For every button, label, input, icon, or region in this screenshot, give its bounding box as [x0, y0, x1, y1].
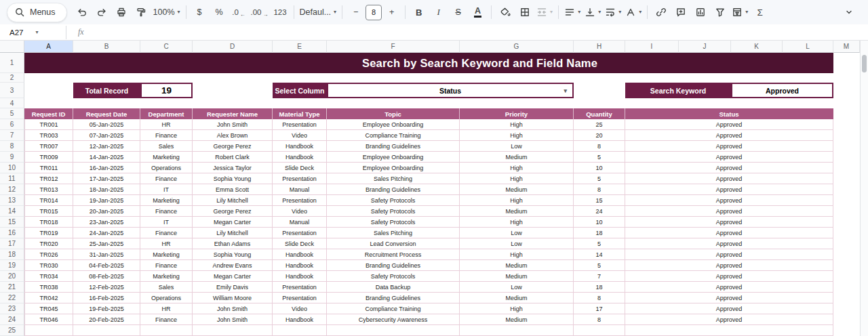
cell[interactable]: 8: [574, 314, 625, 325]
cell[interactable]: 17: [574, 303, 625, 314]
cell[interactable]: Emily Davis: [193, 282, 273, 293]
cell[interactable]: TR001: [24, 119, 73, 130]
cell[interactable]: Medium: [460, 314, 574, 325]
font-select[interactable]: Defaul...▾: [298, 3, 339, 21]
cell[interactable]: 20: [574, 130, 625, 141]
cell[interactable]: [140, 325, 193, 336]
column-header-A[interactable]: A: [24, 41, 73, 53]
cell[interactable]: 19-Feb-2025: [73, 303, 140, 314]
fill-color-button[interactable]: [495, 3, 515, 21]
decrease-decimal-button[interactable]: .0←: [229, 3, 249, 21]
column-header-C[interactable]: C: [140, 41, 193, 53]
cell[interactable]: 18: [574, 282, 625, 293]
cell[interactable]: 5: [574, 173, 625, 184]
undo-button[interactable]: [73, 3, 92, 21]
cell[interactable]: Andrew Evans: [193, 260, 273, 271]
row-header-4[interactable]: 4: [0, 98, 24, 108]
cell[interactable]: Approved: [625, 130, 833, 141]
total-record-value[interactable]: 19: [140, 83, 193, 98]
cell[interactable]: 14: [574, 249, 625, 260]
cell[interactable]: TR042: [24, 293, 73, 303]
cell[interactable]: Sales: [140, 141, 193, 152]
cell[interactable]: 23-Jan-2025: [73, 217, 140, 228]
cell[interactable]: 08-Feb-2025: [73, 271, 140, 282]
cell[interactable]: Ethan Adams: [193, 238, 273, 249]
cell[interactable]: Branding Guidelines: [327, 260, 460, 271]
create-filter-button[interactable]: [710, 3, 730, 21]
cell[interactable]: George Perez: [193, 206, 273, 217]
format-percent-button[interactable]: %: [210, 3, 229, 21]
row-header-7[interactable]: 7: [0, 130, 24, 141]
cell[interactable]: TR020: [24, 238, 73, 249]
cell[interactable]: Slide Deck: [273, 238, 327, 249]
cell[interactable]: Alex Brown: [193, 130, 273, 141]
cell[interactable]: Manual: [273, 217, 327, 228]
hide-toolbar-button[interactable]: [839, 3, 859, 21]
cell[interactable]: Approved: [625, 141, 833, 152]
column-header-J[interactable]: J: [679, 41, 731, 53]
cell[interactable]: Medium: [460, 184, 574, 195]
cell[interactable]: Manual: [273, 184, 327, 195]
cell[interactable]: Finance: [140, 314, 193, 325]
italic-button[interactable]: I: [429, 3, 448, 21]
row-header-24[interactable]: 24: [0, 314, 24, 325]
cell[interactable]: Safety Protocols: [327, 206, 460, 217]
insert-comment-button[interactable]: [671, 3, 690, 21]
cell[interactable]: Approved: [625, 152, 833, 163]
cell[interactable]: Safety Protocols: [327, 217, 460, 228]
horizontal-align-button[interactable]: ▾: [562, 3, 583, 21]
cell[interactable]: Approved: [625, 217, 833, 228]
cell[interactable]: Safety Protocols: [327, 271, 460, 282]
cell[interactable]: Handbook: [273, 141, 327, 152]
cell[interactable]: 24-Jan-2025: [73, 228, 140, 238]
column-title[interactable]: Priority: [460, 108, 574, 119]
functions-button[interactable]: Σ: [750, 3, 770, 21]
cell[interactable]: TR009: [24, 152, 73, 163]
row-header-20[interactable]: 20: [0, 271, 24, 282]
cell[interactable]: Employee Onboarding: [327, 119, 460, 130]
cell[interactable]: TR018: [24, 217, 73, 228]
cell[interactable]: IT: [140, 184, 193, 195]
cell[interactable]: Finance: [140, 130, 193, 141]
cell[interactable]: Marketing: [140, 271, 193, 282]
cell[interactable]: TR012: [24, 173, 73, 184]
row-header-6[interactable]: 6: [0, 119, 24, 130]
cell[interactable]: 8: [574, 184, 625, 195]
cell[interactable]: Handbook: [273, 152, 327, 163]
cell[interactable]: Video: [273, 206, 327, 217]
cell[interactable]: 05-Jan-2025: [73, 119, 140, 130]
cell[interactable]: 25-Jan-2025: [73, 238, 140, 249]
cell[interactable]: Low: [460, 282, 574, 293]
cell[interactable]: Approved: [625, 184, 833, 195]
cell[interactable]: Presentation: [273, 228, 327, 238]
cell[interactable]: Presentation: [273, 195, 327, 206]
cell[interactable]: Sales Pitching: [327, 173, 460, 184]
cell[interactable]: High: [460, 195, 574, 206]
cell[interactable]: [327, 325, 460, 336]
cell[interactable]: TR030: [24, 260, 73, 271]
cell[interactable]: 16-Feb-2025: [73, 293, 140, 303]
cell[interactable]: Slide Deck: [273, 163, 327, 173]
cell[interactable]: Marketing: [140, 152, 193, 163]
more-formats-button[interactable]: 123: [271, 3, 290, 21]
name-box[interactable]: A27 ▾: [0, 28, 62, 37]
search-keyword-value[interactable]: Approved: [731, 83, 833, 98]
cell[interactable]: Approved: [625, 173, 833, 184]
vertical-scrollbar[interactable]: [860, 41, 868, 336]
column-title[interactable]: Topic: [327, 108, 460, 119]
cell[interactable]: High: [460, 119, 574, 130]
row-header-15[interactable]: 15: [0, 217, 24, 228]
cell[interactable]: Megan Carter: [193, 271, 273, 282]
cell[interactable]: Megan Carter: [193, 217, 273, 228]
cell[interactable]: HR: [140, 303, 193, 314]
redo-button[interactable]: [92, 3, 112, 21]
insert-link-button[interactable]: [651, 3, 671, 21]
cell[interactable]: Recruitment Process: [327, 249, 460, 260]
bold-button[interactable]: B: [409, 3, 429, 21]
cell[interactable]: High: [460, 173, 574, 184]
cell[interactable]: John Smith: [193, 303, 273, 314]
cell[interactable]: High: [460, 303, 574, 314]
column-header-L[interactable]: L: [783, 41, 833, 53]
row-header-14[interactable]: 14: [0, 206, 24, 217]
insert-chart-button[interactable]: [690, 3, 710, 21]
